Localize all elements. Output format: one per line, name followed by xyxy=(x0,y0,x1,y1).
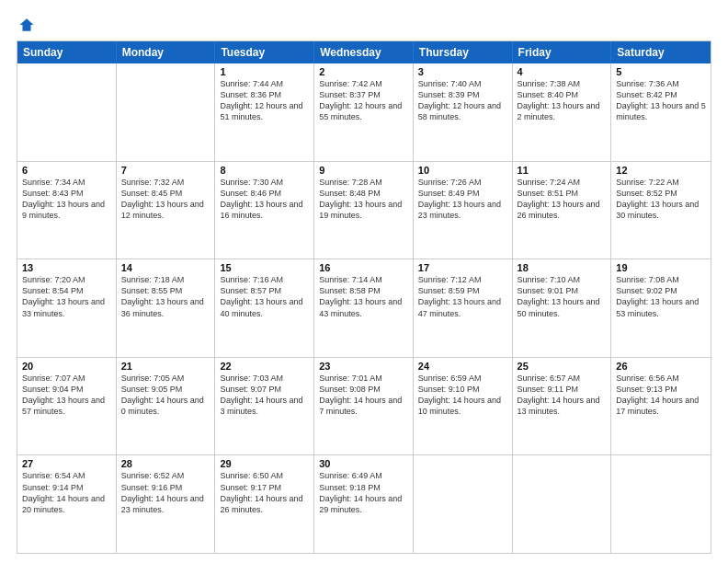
calendar-cell: 4Sunrise: 7:38 AM Sunset: 8:40 PM Daylig… xyxy=(513,63,612,161)
day-header-monday: Monday xyxy=(117,41,216,63)
calendar-cell: 5Sunrise: 7:36 AM Sunset: 8:42 PM Daylig… xyxy=(611,63,711,161)
logo xyxy=(17,17,33,33)
calendar-cell: 16Sunrise: 7:14 AM Sunset: 8:58 PM Dayli… xyxy=(314,259,414,357)
calendar-row-1: 1Sunrise: 7:44 AM Sunset: 8:36 PM Daylig… xyxy=(17,63,711,161)
day-info: Sunrise: 6:59 AM Sunset: 9:10 PM Dayligh… xyxy=(418,373,507,418)
calendar-cell: 23Sunrise: 7:01 AM Sunset: 9:08 PM Dayli… xyxy=(314,358,414,455)
day-number: 26 xyxy=(616,361,706,372)
day-info: Sunrise: 7:24 AM Sunset: 8:51 PM Dayligh… xyxy=(518,177,607,222)
calendar-cell: 22Sunrise: 7:03 AM Sunset: 9:07 PM Dayli… xyxy=(215,358,314,455)
day-number: 24 xyxy=(418,361,507,372)
calendar-cell: 21Sunrise: 7:05 AM Sunset: 9:05 PM Dayli… xyxy=(117,358,216,455)
calendar-cell xyxy=(117,63,216,161)
day-number: 12 xyxy=(616,165,706,176)
calendar: SundayMondayTuesdayWednesdayThursdayFrid… xyxy=(17,40,711,554)
calendar-cell: 10Sunrise: 7:26 AM Sunset: 8:49 PM Dayli… xyxy=(414,162,513,259)
day-number: 5 xyxy=(616,66,706,77)
day-info: Sunrise: 6:50 AM Sunset: 9:17 PM Dayligh… xyxy=(220,470,309,515)
calendar-cell: 14Sunrise: 7:18 AM Sunset: 8:55 PM Dayli… xyxy=(117,259,216,357)
day-info: Sunrise: 6:54 AM Sunset: 9:14 PM Dayligh… xyxy=(22,470,111,515)
day-header-wednesday: Wednesday xyxy=(314,41,414,63)
calendar-row-4: 20Sunrise: 7:07 AM Sunset: 9:04 PM Dayli… xyxy=(17,357,711,455)
day-info: Sunrise: 7:28 AM Sunset: 8:48 PM Dayligh… xyxy=(319,177,408,222)
day-info: Sunrise: 7:18 AM Sunset: 8:55 PM Dayligh… xyxy=(121,274,210,319)
day-info: Sunrise: 7:26 AM Sunset: 8:49 PM Dayligh… xyxy=(418,177,507,222)
calendar-cell: 13Sunrise: 7:20 AM Sunset: 8:54 PM Dayli… xyxy=(17,259,117,357)
day-number: 7 xyxy=(121,165,210,176)
day-number: 10 xyxy=(418,165,507,176)
day-number: 18 xyxy=(518,262,607,273)
day-number: 23 xyxy=(319,361,408,372)
calendar-cell: 25Sunrise: 6:57 AM Sunset: 9:11 PM Dayli… xyxy=(513,358,612,455)
day-info: Sunrise: 7:08 AM Sunset: 9:02 PM Dayligh… xyxy=(616,274,706,319)
calendar-cell: 6Sunrise: 7:34 AM Sunset: 8:43 PM Daylig… xyxy=(17,162,117,259)
day-info: Sunrise: 7:14 AM Sunset: 8:58 PM Dayligh… xyxy=(319,274,408,319)
calendar-cell: 26Sunrise: 6:56 AM Sunset: 9:13 PM Dayli… xyxy=(611,358,711,455)
calendar-cell: 7Sunrise: 7:32 AM Sunset: 8:45 PM Daylig… xyxy=(117,162,216,259)
calendar-row-2: 6Sunrise: 7:34 AM Sunset: 8:43 PM Daylig… xyxy=(17,161,711,259)
day-info: Sunrise: 7:10 AM Sunset: 9:01 PM Dayligh… xyxy=(518,274,607,319)
calendar-cell xyxy=(611,455,711,553)
day-number: 22 xyxy=(220,361,309,372)
day-number: 19 xyxy=(616,262,706,273)
calendar-header: SundayMondayTuesdayWednesdayThursdayFrid… xyxy=(17,41,711,63)
svg-marker-0 xyxy=(20,18,34,31)
calendar-cell: 11Sunrise: 7:24 AM Sunset: 8:51 PM Dayli… xyxy=(513,162,612,259)
day-info: Sunrise: 7:03 AM Sunset: 9:07 PM Dayligh… xyxy=(220,373,309,418)
calendar-cell: 3Sunrise: 7:40 AM Sunset: 8:39 PM Daylig… xyxy=(414,63,513,161)
day-info: Sunrise: 7:07 AM Sunset: 9:04 PM Dayligh… xyxy=(22,373,111,418)
calendar-cell xyxy=(414,455,513,553)
calendar-cell: 2Sunrise: 7:42 AM Sunset: 8:37 PM Daylig… xyxy=(314,63,414,161)
calendar-cell: 17Sunrise: 7:12 AM Sunset: 8:59 PM Dayli… xyxy=(414,259,513,357)
calendar-cell xyxy=(513,455,612,553)
day-info: Sunrise: 7:44 AM Sunset: 8:36 PM Dayligh… xyxy=(220,78,309,123)
day-info: Sunrise: 7:05 AM Sunset: 9:05 PM Dayligh… xyxy=(121,373,210,418)
day-number: 21 xyxy=(121,361,210,372)
day-info: Sunrise: 6:57 AM Sunset: 9:11 PM Dayligh… xyxy=(518,373,607,418)
day-info: Sunrise: 6:49 AM Sunset: 9:18 PM Dayligh… xyxy=(319,470,408,515)
day-number: 1 xyxy=(220,66,309,77)
day-number: 30 xyxy=(319,458,408,469)
day-info: Sunrise: 7:20 AM Sunset: 8:54 PM Dayligh… xyxy=(22,274,111,319)
day-number: 11 xyxy=(518,165,607,176)
day-header-thursday: Thursday xyxy=(414,41,513,63)
day-number: 6 xyxy=(22,165,111,176)
day-info: Sunrise: 7:42 AM Sunset: 8:37 PM Dayligh… xyxy=(319,78,408,123)
calendar-cell: 29Sunrise: 6:50 AM Sunset: 9:17 PM Dayli… xyxy=(215,455,314,553)
day-number: 4 xyxy=(518,66,607,77)
day-header-sunday: Sunday xyxy=(17,41,117,63)
day-number: 2 xyxy=(319,66,408,77)
calendar-cell: 30Sunrise: 6:49 AM Sunset: 9:18 PM Dayli… xyxy=(314,455,414,553)
day-info: Sunrise: 7:34 AM Sunset: 8:43 PM Dayligh… xyxy=(22,177,111,222)
calendar-cell: 24Sunrise: 6:59 AM Sunset: 9:10 PM Dayli… xyxy=(414,358,513,455)
calendar-cell: 9Sunrise: 7:28 AM Sunset: 8:48 PM Daylig… xyxy=(314,162,414,259)
calendar-cell: 20Sunrise: 7:07 AM Sunset: 9:04 PM Dayli… xyxy=(17,358,117,455)
day-info: Sunrise: 7:32 AM Sunset: 8:45 PM Dayligh… xyxy=(121,177,210,222)
day-header-friday: Friday xyxy=(513,41,612,63)
calendar-cell: 18Sunrise: 7:10 AM Sunset: 9:01 PM Dayli… xyxy=(513,259,612,357)
day-info: Sunrise: 6:52 AM Sunset: 9:16 PM Dayligh… xyxy=(121,470,210,515)
day-number: 28 xyxy=(121,458,210,469)
page: SundayMondayTuesdayWednesdayThursdayFrid… xyxy=(0,0,728,563)
calendar-cell: 8Sunrise: 7:30 AM Sunset: 8:46 PM Daylig… xyxy=(215,162,314,259)
day-info: Sunrise: 7:16 AM Sunset: 8:57 PM Dayligh… xyxy=(220,274,309,319)
day-number: 3 xyxy=(418,66,507,77)
calendar-cell: 19Sunrise: 7:08 AM Sunset: 9:02 PM Dayli… xyxy=(611,259,711,357)
day-info: Sunrise: 7:40 AM Sunset: 8:39 PM Dayligh… xyxy=(418,78,507,123)
day-number: 14 xyxy=(121,262,210,273)
day-number: 13 xyxy=(22,262,111,273)
calendar-row-3: 13Sunrise: 7:20 AM Sunset: 8:54 PM Dayli… xyxy=(17,259,711,357)
day-info: Sunrise: 7:38 AM Sunset: 8:40 PM Dayligh… xyxy=(518,78,607,123)
logo-icon xyxy=(18,17,35,33)
day-info: Sunrise: 7:36 AM Sunset: 8:42 PM Dayligh… xyxy=(616,78,706,123)
calendar-row-5: 27Sunrise: 6:54 AM Sunset: 9:14 PM Dayli… xyxy=(17,454,711,553)
day-number: 27 xyxy=(22,458,111,469)
day-header-tuesday: Tuesday xyxy=(215,41,314,63)
day-number: 15 xyxy=(220,262,309,273)
day-number: 8 xyxy=(220,165,309,176)
day-number: 9 xyxy=(319,165,408,176)
calendar-cell xyxy=(17,63,117,161)
calendar-cell: 12Sunrise: 7:22 AM Sunset: 8:52 PM Dayli… xyxy=(611,162,711,259)
day-info: Sunrise: 7:01 AM Sunset: 9:08 PM Dayligh… xyxy=(319,373,408,418)
day-info: Sunrise: 7:12 AM Sunset: 8:59 PM Dayligh… xyxy=(418,274,507,319)
